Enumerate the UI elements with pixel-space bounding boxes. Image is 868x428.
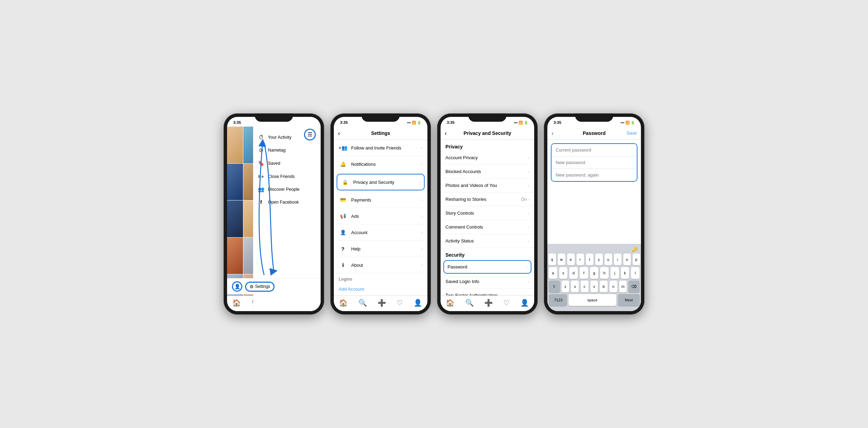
new-password-input[interactable]: [552, 156, 637, 169]
privacy-chevron: ›: [419, 180, 420, 184]
key-h[interactable]: h: [600, 267, 609, 279]
key-x[interactable]: x: [571, 281, 579, 292]
search-icon-3[interactable]: 🔍: [465, 299, 474, 307]
key-y[interactable]: y: [595, 254, 603, 265]
home-icon-3[interactable]: 🏠: [446, 299, 454, 307]
key-v[interactable]: v: [590, 281, 598, 292]
ads-label: Ads: [351, 214, 421, 219]
key-p[interactable]: p: [633, 254, 640, 265]
pw-chevron: ›: [526, 265, 527, 269]
key-d[interactable]: d: [569, 267, 578, 279]
settings-privacy[interactable]: 🔒 Privacy and Security ›: [337, 174, 425, 190]
password-item[interactable]: Password ›: [443, 260, 531, 274]
saved-login-item[interactable]: Saved Login Info ›: [441, 275, 534, 289]
settings-content: +👥 Follow and Invite Friends › 🔔 Notific…: [334, 140, 427, 296]
settings-follow[interactable]: +👥 Follow and Invite Friends ›: [334, 140, 427, 156]
bottom-nav-3: 🏠 🔍 ➕ ♡ 👤: [441, 296, 534, 311]
close-friends-icon: ≡+: [258, 173, 264, 179]
follow-chevron: ›: [421, 146, 423, 150]
profile-nav-icon-2[interactable]: 👤: [414, 299, 422, 307]
menu-item-facebook[interactable]: f Open Facebook: [253, 196, 321, 208]
key-c[interactable]: c: [581, 281, 589, 292]
key-g[interactable]: g: [590, 267, 599, 279]
add-icon-3[interactable]: ➕: [484, 299, 493, 307]
search-icon-2[interactable]: 🔍: [358, 299, 367, 307]
key-j[interactable]: j: [610, 267, 619, 279]
key-space[interactable]: space: [568, 294, 616, 306]
password-input-group: [551, 143, 637, 182]
profile-nav-icon-3[interactable]: 👤: [520, 299, 529, 307]
key-k[interactable]: k: [621, 267, 630, 279]
key-b[interactable]: b: [600, 281, 608, 292]
home-icon-1[interactable]: 🏠: [232, 299, 241, 307]
settings-account[interactable]: 👤 Account ›: [334, 224, 427, 241]
key-u[interactable]: u: [605, 254, 612, 265]
privacy-section-header: Privacy: [441, 140, 534, 151]
current-password-input[interactable]: [552, 144, 637, 156]
settings-payments[interactable]: 💳 Payments ›: [334, 192, 427, 208]
save-btn[interactable]: Save: [626, 130, 637, 136]
home-icon-2[interactable]: 🏠: [339, 299, 348, 307]
key-q[interactable]: q: [548, 254, 556, 265]
kb-row-2: a s d f g h j k l: [549, 267, 640, 279]
menu-item-saved[interactable]: 🔖 Saved: [253, 157, 321, 170]
add-account-link[interactable]: Add Account: [334, 283, 427, 295]
status-icons-3: ▪▪▪ 📶 🔋: [514, 121, 528, 125]
key-s[interactable]: s: [559, 267, 568, 279]
key-r[interactable]: r: [576, 254, 584, 265]
settings-button[interactable]: ⚙ Settings: [245, 282, 275, 292]
heart-icon-3[interactable]: ♡: [503, 299, 510, 307]
settings-title: Settings: [371, 130, 390, 136]
key-a[interactable]: a: [549, 267, 557, 279]
story-controls-label: Story Controls: [445, 211, 528, 216]
story-controls-item[interactable]: Story Controls ›: [441, 206, 534, 220]
activity-status-item[interactable]: Activity Status ›: [441, 234, 534, 248]
settings-about[interactable]: ℹ About ›: [334, 257, 427, 273]
hamburger-btn[interactable]: ☰: [304, 129, 316, 140]
profile-btn-circle[interactable]: 👤: [232, 281, 242, 292]
settings-notifications[interactable]: 🔔 Notifications ›: [334, 156, 427, 172]
keyboard-top-row: 🔑: [549, 246, 640, 254]
key-shift[interactable]: ⇧: [549, 281, 560, 292]
key-m[interactable]: m: [619, 281, 627, 292]
kb-row-3: ⇧ z x c v b n m ⌫: [549, 281, 640, 292]
discover-icon: 👥: [258, 186, 264, 192]
key-l[interactable]: l: [631, 267, 640, 279]
key-backspace[interactable]: ⌫: [628, 281, 640, 292]
saved-label: Saved: [268, 161, 280, 166]
settings-ads[interactable]: 📢 Ads ›: [334, 208, 427, 224]
heart-icon-2[interactable]: ♡: [397, 299, 403, 307]
privacy-icon: 🔒: [341, 178, 349, 186]
photos-videos-item[interactable]: Photos and Videos of You ›: [441, 179, 534, 192]
add-icon-2[interactable]: ➕: [377, 299, 386, 307]
profile-icon: 👤: [234, 284, 240, 289]
resharing-item[interactable]: Resharing to Stories On ›: [441, 192, 534, 206]
blocked-accounts-item[interactable]: Blocked Accounts ›: [441, 165, 534, 179]
confirm-password-input[interactable]: [552, 169, 637, 181]
help-icon: ?: [339, 245, 347, 253]
key-t[interactable]: t: [586, 254, 593, 265]
2fa-item[interactable]: Two-Factor Authentication ›: [441, 289, 534, 296]
key-i[interactable]: i: [614, 254, 622, 265]
menu-item-discover[interactable]: 👥 Discover People: [253, 183, 321, 196]
key-z[interactable]: z: [562, 281, 570, 292]
key-f[interactable]: f: [580, 267, 588, 279]
about-icon: ℹ: [339, 261, 347, 269]
key-e[interactable]: e: [567, 254, 575, 265]
back-btn-2[interactable]: ‹: [338, 130, 340, 136]
key-o[interactable]: o: [623, 254, 631, 265]
key-w[interactable]: w: [558, 254, 565, 265]
account-privacy-item[interactable]: Account Privacy ›: [441, 151, 534, 165]
back-btn-4[interactable]: ‹: [552, 130, 554, 136]
kb-row-1: q w e r t y u i o p: [549, 254, 640, 265]
key-next[interactable]: Next: [618, 294, 640, 306]
back-btn-3[interactable]: ‹: [445, 130, 447, 136]
photo-5: [227, 200, 243, 237]
comment-controls-item[interactable]: Comment Controls ›: [441, 220, 534, 234]
menu-item-close-friends[interactable]: ≡+ Close Friends: [253, 170, 321, 183]
key-numeric[interactable]: .?123: [549, 294, 567, 306]
menu-item-nametag[interactable]: ⊙ Nametag: [253, 144, 321, 157]
resharing-label: Resharing to Stories: [445, 197, 521, 202]
key-n[interactable]: n: [609, 281, 617, 292]
settings-help[interactable]: ? Help ›: [334, 241, 427, 257]
